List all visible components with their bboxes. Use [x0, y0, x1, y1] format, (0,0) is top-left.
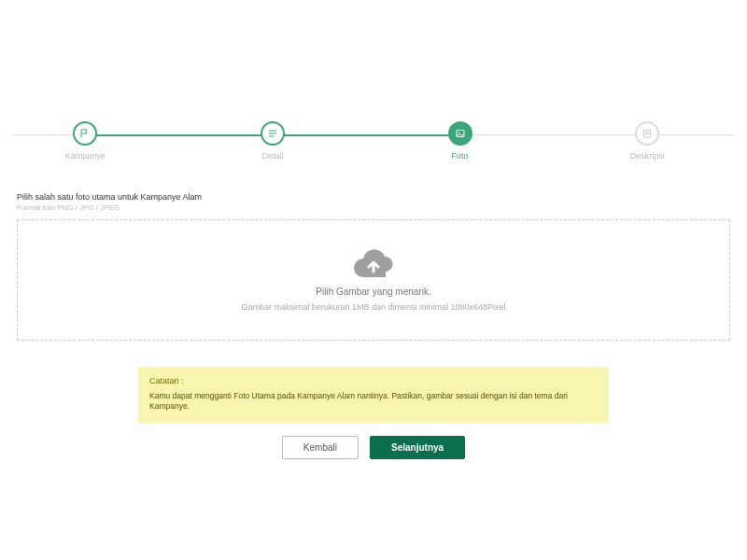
- step-label: Foto: [404, 151, 516, 161]
- step-label: Detail: [217, 151, 329, 161]
- upload-subheading: Format foto PNG / JPG / JPEG: [17, 203, 730, 212]
- step-circle: [635, 121, 659, 146]
- step-label: Deskripsi: [591, 151, 703, 161]
- upload-dropzone[interactable]: Pilih Gambar yang menarik. Gambar maksim…: [17, 219, 730, 341]
- image-icon: [455, 128, 466, 139]
- flag-icon: [79, 128, 91, 139]
- cloud-upload-icon: [352, 249, 395, 281]
- svg-point-1: [458, 132, 459, 133]
- step-circle: [261, 121, 285, 146]
- note-box: Catatan : Kamu dapat mengganti Foto Utam…: [138, 367, 609, 423]
- stepper: Kampanye Detail Foto: [13, 121, 734, 177]
- note-title: Catatan :: [149, 376, 598, 385]
- dropzone-subtitle: Gambar maksimal berukuran 1MB dan dimens…: [241, 302, 505, 312]
- next-button[interactable]: Selanjutnya: [370, 436, 465, 459]
- step-circle: [448, 121, 472, 146]
- step-foto[interactable]: Foto: [404, 121, 516, 161]
- note-icon: [641, 128, 653, 139]
- step-circle: [73, 121, 97, 146]
- list-icon: [267, 128, 278, 139]
- note-body: Kamu dapat mengganti Foto Utama pada Kam…: [149, 391, 598, 412]
- step-detail[interactable]: Detail: [217, 121, 329, 161]
- step-label: Kampanye: [29, 151, 141, 161]
- back-button[interactable]: Kembali: [282, 436, 359, 459]
- dropzone-title: Pilih Gambar yang menarik.: [316, 287, 430, 297]
- step-deskripsi[interactable]: Deskripsi: [591, 121, 703, 161]
- upload-heading: Pilih salah satu foto utama untuk Kampan…: [17, 192, 730, 202]
- step-kampanye[interactable]: Kampanye: [29, 121, 141, 161]
- button-row: Kembali Selanjutnya: [17, 436, 730, 459]
